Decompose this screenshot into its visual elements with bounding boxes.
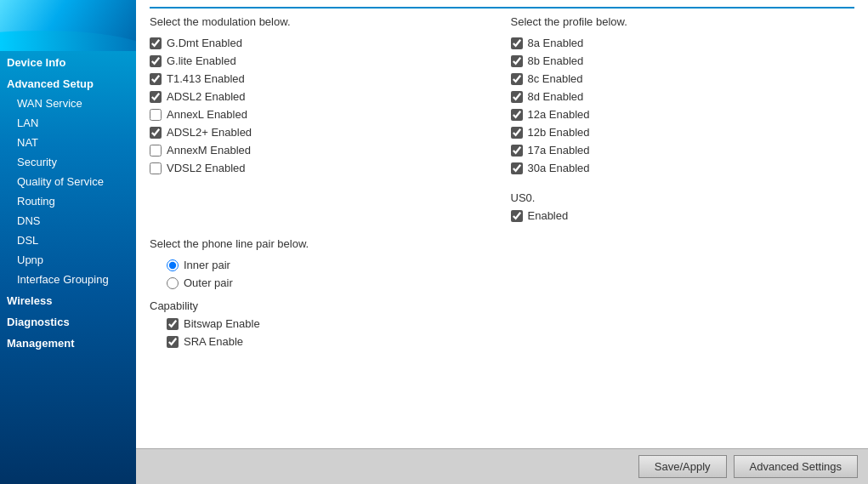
modulation-checkboxes: G.Dmt EnabledG.lite EnabledT1.413 Enable…: [150, 37, 494, 174]
modulation-checkbox-4[interactable]: [150, 109, 162, 121]
sidebar-item-nat[interactable]: NAT: [0, 133, 136, 152]
inner-pair-radio[interactable]: [167, 259, 179, 271]
modulation-column: Select the modulation below. G.Dmt Enabl…: [150, 15, 494, 227]
profile-label-6: 17a Enabled: [528, 144, 590, 157]
profile-checkboxes: 8a Enabled8b Enabled8c Enabled8d Enabled…: [511, 37, 855, 174]
content-area: Select the modulation below. G.Dmt Enabl…: [136, 0, 868, 448]
profile-checkbox-6[interactable]: [511, 145, 523, 157]
save-apply-button[interactable]: Save/Apply: [638, 455, 727, 478]
main-content: Select the modulation below. G.Dmt Enabl…: [136, 0, 868, 484]
modulation-checkbox-3[interactable]: [150, 91, 162, 103]
capability-row-1: SRA Enable: [167, 335, 854, 348]
outer-pair-radio[interactable]: [167, 277, 179, 289]
us0-checkbox[interactable]: [511, 210, 523, 222]
us0-check-label: Enabled: [528, 209, 569, 222]
us0-check-row: Enabled: [511, 209, 855, 222]
capability-checks: Bitswap EnableSRA Enable: [167, 317, 854, 348]
footer: Save/Apply Advanced Settings: [136, 448, 868, 484]
modulation-label-4: AnnexL Enabled: [167, 108, 247, 121]
advanced-settings-button[interactable]: Advanced Settings: [734, 455, 858, 478]
sidebar-item-dsl[interactable]: DSL: [0, 231, 136, 250]
modulation-row-0: G.Dmt Enabled: [150, 37, 494, 49]
modulation-checkbox-1[interactable]: [150, 55, 162, 67]
profile-label-7: 30a Enabled: [528, 162, 590, 174]
sidebar-item-interface-grouping[interactable]: Interface Grouping: [0, 270, 136, 289]
sidebar-item-advanced-setup[interactable]: Advanced Setup: [0, 72, 136, 94]
profile-row-1: 8b Enabled: [511, 54, 855, 67]
sidebar-item-dns[interactable]: DNS: [0, 211, 136, 231]
capability-checkbox-0[interactable]: [167, 318, 179, 330]
modulation-checkbox-5[interactable]: [150, 127, 162, 139]
capability-label-0: Bitswap Enable: [184, 317, 260, 330]
modulation-row-3: ADSL2 Enabled: [150, 90, 494, 103]
sidebar-item-wan-service[interactable]: WAN Service: [0, 94, 136, 113]
phone-line-section: Select the phone line pair below. Inner …: [150, 237, 854, 289]
modulation-label-6: AnnexM Enabled: [167, 144, 251, 157]
profile-row-2: 8c Enabled: [511, 72, 855, 85]
modulation-row-7: VDSL2 Enabled: [150, 162, 494, 174]
logo-area: [0, 0, 136, 51]
modulation-row-1: G.lite Enabled: [150, 54, 494, 67]
modulation-checkbox-2[interactable]: [150, 73, 162, 85]
capability-section: Capability Bitswap EnableSRA Enable: [150, 299, 854, 348]
sidebar-item-device-info[interactable]: Device Info: [0, 51, 136, 72]
profile-checkbox-0[interactable]: [511, 37, 523, 49]
modulation-label-5: ADSL2+ Enabled: [167, 126, 252, 139]
profile-label-1: 8b Enabled: [528, 54, 584, 67]
modulation-checkbox-0[interactable]: [150, 37, 162, 49]
sidebar-item-routing[interactable]: Routing: [0, 191, 136, 211]
profile-label-3: 8d Enabled: [528, 90, 584, 103]
profile-row-0: 8a Enabled: [511, 37, 855, 49]
modulation-label-1: G.lite Enabled: [167, 54, 236, 67]
capability-row-0: Bitswap Enable: [167, 317, 854, 330]
modulation-label: Select the modulation below.: [150, 15, 494, 28]
capability-label: Capability: [150, 299, 854, 312]
profile-checkbox-1[interactable]: [511, 55, 523, 67]
outer-pair-label: Outer pair: [184, 276, 233, 289]
modulation-row-5: ADSL2+ Enabled: [150, 126, 494, 139]
logo-wave: [0, 0, 136, 51]
modulation-row-2: T1.413 Enabled: [150, 72, 494, 85]
profile-row-3: 8d Enabled: [511, 90, 855, 103]
profile-checkbox-3[interactable]: [511, 91, 523, 103]
sidebar-item-security[interactable]: Security: [0, 152, 136, 172]
sidebar-item-wireless[interactable]: Wireless: [0, 289, 136, 310]
inner-pair-label: Inner pair: [184, 259, 230, 271]
modulation-label-7: VDSL2 Enabled: [167, 162, 246, 174]
phone-line-label: Select the phone line pair below.: [150, 237, 854, 250]
profile-checkbox-7[interactable]: [511, 162, 523, 174]
modulation-checkbox-6[interactable]: [150, 145, 162, 157]
profile-row-7: 30a Enabled: [511, 162, 855, 174]
profile-label-2: 8c Enabled: [528, 72, 583, 85]
sidebar-item-upnp[interactable]: Upnp: [0, 250, 136, 270]
modulation-label-0: G.Dmt Enabled: [167, 37, 242, 49]
profile-label-4: 12a Enabled: [528, 108, 590, 121]
profile-label-0: 8a Enabled: [528, 37, 584, 49]
profile-column: Select the profile below. 8a Enabled8b E…: [511, 15, 855, 227]
nav-items: Device InfoAdvanced SetupWAN ServiceLANN…: [0, 51, 136, 353]
modulation-checkbox-7[interactable]: [150, 162, 162, 174]
profile-checkbox-4[interactable]: [511, 109, 523, 121]
sidebar-item-lan[interactable]: LAN: [0, 113, 136, 133]
capability-checkbox-1[interactable]: [167, 336, 179, 348]
modulation-label-2: T1.413 Enabled: [167, 72, 245, 85]
modulation-row-6: AnnexM Enabled: [150, 144, 494, 157]
sidebar-item-diagnostics[interactable]: Diagnostics: [0, 310, 136, 332]
profile-checkbox-2[interactable]: [511, 73, 523, 85]
sidebar: Device InfoAdvanced SetupWAN ServiceLANN…: [0, 0, 136, 484]
sidebar-item-qos[interactable]: Quality of Service: [0, 172, 136, 191]
modulation-label-3: ADSL2 Enabled: [167, 90, 246, 103]
profile-label-5: 12b Enabled: [528, 126, 590, 139]
profile-row-4: 12a Enabled: [511, 108, 855, 121]
profile-row-5: 12b Enabled: [511, 126, 855, 139]
outer-pair-row: Outer pair: [167, 276, 854, 289]
modulation-row-4: AnnexL Enabled: [150, 108, 494, 121]
capability-label-1: SRA Enable: [184, 335, 243, 348]
profile-row-6: 17a Enabled: [511, 144, 855, 157]
profile-checkbox-5[interactable]: [511, 127, 523, 139]
inner-pair-row: Inner pair: [167, 259, 854, 271]
us0-label: US0.: [511, 191, 855, 204]
sidebar-item-management[interactable]: Management: [0, 332, 136, 353]
profile-label: Select the profile below.: [511, 15, 855, 28]
